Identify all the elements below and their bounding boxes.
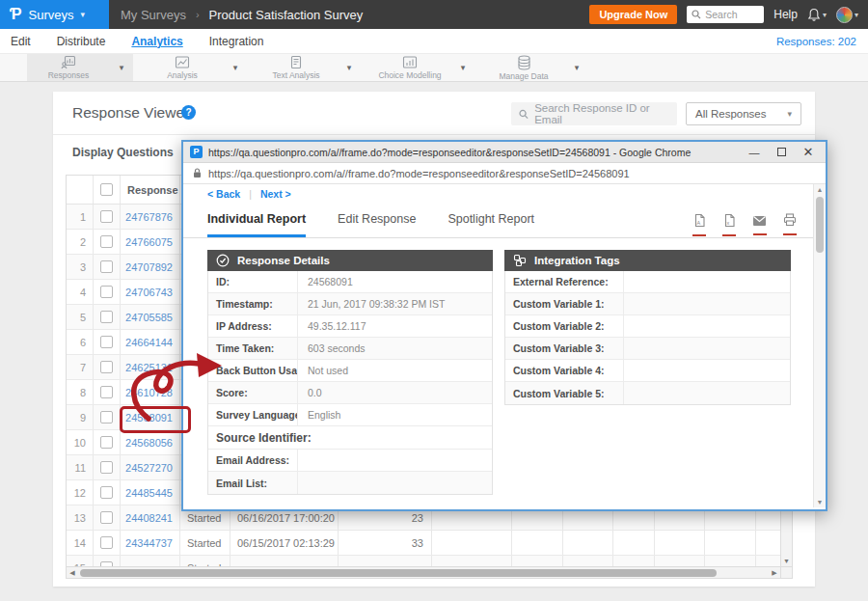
response-id-link[interactable]: 24767876 — [121, 205, 180, 229]
scroll-down-icon[interactable]: ▼ — [781, 558, 792, 564]
row-checkbox[interactable] — [100, 386, 113, 398]
response-id-link[interactable]: 24705585 — [121, 305, 180, 329]
next-link[interactable]: Next > — [260, 188, 291, 200]
row-checkbox[interactable] — [100, 235, 113, 248]
detail-value: 21 Jun, 2017 09:38:32 PM IST — [297, 293, 492, 314]
scroll-down-icon[interactable]: ▼ — [814, 499, 826, 505]
response-id-link[interactable]: 24527270 — [121, 455, 180, 479]
chevron-down-icon[interactable]: ▾ — [565, 54, 588, 81]
chevron-down-icon[interactable]: ▾ — [224, 54, 247, 81]
maximize-button[interactable] — [771, 148, 792, 156]
horizontal-scroll-thumb[interactable] — [80, 569, 717, 577]
toolbar-button-responses[interactable]: Responses — [27, 54, 110, 81]
response-id-link[interactable]: 24344737 — [121, 531, 180, 555]
chevron-down-icon[interactable]: ▾ — [451, 54, 475, 81]
nav-item-analytics[interactable]: Analytics — [131, 35, 182, 48]
response-search-input[interactable]: Search Response ID or Email — [511, 102, 677, 125]
pdf-export-button[interactable]: A — [692, 213, 706, 236]
global-search-input[interactable]: Search — [687, 6, 764, 23]
row-checkbox[interactable] — [100, 336, 113, 348]
integration-tags-panel: Integration Tags External Reference:Cust… — [504, 250, 791, 405]
scroll-up-icon[interactable]: ▲ — [814, 186, 826, 193]
row-checkbox[interactable] — [100, 311, 113, 323]
row-checkbox[interactable] — [100, 511, 113, 524]
toolbar-button-analysis[interactable]: Analysis — [141, 54, 224, 81]
print-icon — [783, 213, 797, 231]
response-id-link[interactable]: 24610728 — [121, 380, 180, 404]
help-link[interactable]: Help — [773, 8, 798, 21]
row-checkbox[interactable] — [100, 461, 113, 474]
print-export-button[interactable] — [783, 213, 797, 236]
empty-cell — [655, 531, 705, 555]
excel-export-button[interactable]: x — [722, 213, 736, 236]
row-checkbox[interactable] — [100, 361, 113, 373]
table-row: 1424344737Started06/15/2017 02:13:2933 — [67, 531, 792, 556]
empty-cell — [705, 531, 756, 555]
response-filter-dropdown[interactable]: All Responses ▾ — [686, 102, 801, 125]
popup-vertical-scrollbar[interactable]: ▲ ▼ — [813, 184, 826, 507]
detail-label: Custom Variable 2: — [505, 315, 623, 337]
table-horizontal-scrollbar[interactable]: ◀ ▶ — [67, 566, 780, 578]
detail-row: Email Address: — [208, 450, 492, 472]
upgrade-now-button[interactable]: Upgrade Now — [589, 5, 677, 24]
tab-individual-report[interactable]: Individual Report — [207, 205, 306, 237]
response-id-link[interactable]: 24664144 — [121, 330, 180, 354]
detail-value — [297, 472, 492, 494]
response-id-link[interactable]: 24625131 — [121, 355, 180, 379]
tab-edit-response[interactable]: Edit Response — [338, 205, 416, 237]
detail-row: Custom Variable 2: — [505, 315, 790, 338]
nav-item-integration[interactable]: Integration — [209, 35, 264, 48]
toolbar-button-choice-modelling[interactable]: Choice Modelling — [368, 54, 451, 81]
account-menu[interactable]: ▾ — [836, 7, 858, 23]
product-switcher[interactable]: Ƥ Surveys ▾ — [0, 0, 109, 29]
nav-item-distribute[interactable]: Distribute — [57, 35, 106, 48]
row-checkbox[interactable] — [100, 486, 113, 499]
row-checkbox-cell — [94, 430, 121, 454]
tab-spotlight-report[interactable]: Spotlight Report — [448, 205, 534, 237]
response-id-link[interactable]: 24485445 — [121, 480, 180, 505]
chevron-down-icon[interactable]: ▾ — [338, 54, 361, 81]
popup-scroll-thumb[interactable] — [816, 197, 824, 253]
response-id-link[interactable]: 24707892 — [121, 255, 180, 279]
row-checkbox[interactable] — [100, 411, 113, 423]
response-id-link[interactable]: 24568056 — [121, 430, 180, 454]
global-search-placeholder: Search — [705, 9, 737, 20]
row-checkbox[interactable] — [100, 210, 113, 223]
nav-item-edit[interactable]: Edit — [11, 35, 31, 48]
window-titlebar[interactable]: P https://qa.questionpro.com/a//frame.do… — [183, 142, 826, 163]
page-title: Response Viewer — [72, 104, 189, 122]
maximize-icon — [777, 148, 786, 156]
minimize-button[interactable]: — — [744, 147, 765, 158]
row-number: 15 — [67, 556, 94, 566]
detail-value: 24568091 — [297, 271, 492, 292]
chevron-down-icon[interactable]: ▾ — [110, 54, 133, 81]
address-bar[interactable]: https://qa.questionpro.com/a//frame.do?m… — [183, 163, 826, 184]
back-link[interactable]: < Back — [207, 188, 240, 200]
response-id-link[interactable]: 24568091 — [121, 405, 180, 429]
detail-label: IP Address: — [208, 315, 297, 337]
response-id-header[interactable]: Response ID▲ — [121, 176, 180, 204]
select-all-checkbox[interactable] — [100, 183, 113, 196]
scroll-left-icon[interactable]: ◀ — [67, 567, 78, 578]
notifications-button[interactable]: ▾ — [807, 8, 827, 22]
chevron-down-icon: ▾ — [823, 11, 827, 19]
pagination-links: < Back | Next > — [207, 188, 291, 200]
scroll-right-icon[interactable]: ▶ — [769, 567, 780, 578]
email-export-button[interactable] — [752, 213, 767, 236]
toolbar-button-text-analysis[interactable]: Text Analysis — [255, 54, 338, 81]
detail-value: Not used — [297, 360, 492, 381]
toolbar-button-manage-data[interactable]: Manage Data — [482, 54, 565, 81]
breadcrumb-my-surveys[interactable]: My Surveys — [121, 8, 186, 22]
response-id-link[interactable]: 24408241 — [121, 505, 180, 530]
row-checkbox[interactable] — [100, 286, 113, 298]
response-id-link[interactable]: 24706743 — [121, 280, 180, 304]
close-button[interactable]: ✕ — [798, 145, 819, 159]
row-checkbox[interactable] — [100, 260, 113, 273]
row-checkbox[interactable] — [100, 436, 113, 449]
row-checkbox[interactable] — [100, 536, 113, 549]
response-id-link[interactable] — [121, 556, 180, 566]
response-id-link[interactable]: 24766075 — [121, 230, 180, 254]
integration-tags-header: Integration Tags — [504, 250, 791, 271]
row-number: 4 — [67, 280, 94, 304]
help-badge-icon[interactable]: ? — [181, 105, 196, 120]
